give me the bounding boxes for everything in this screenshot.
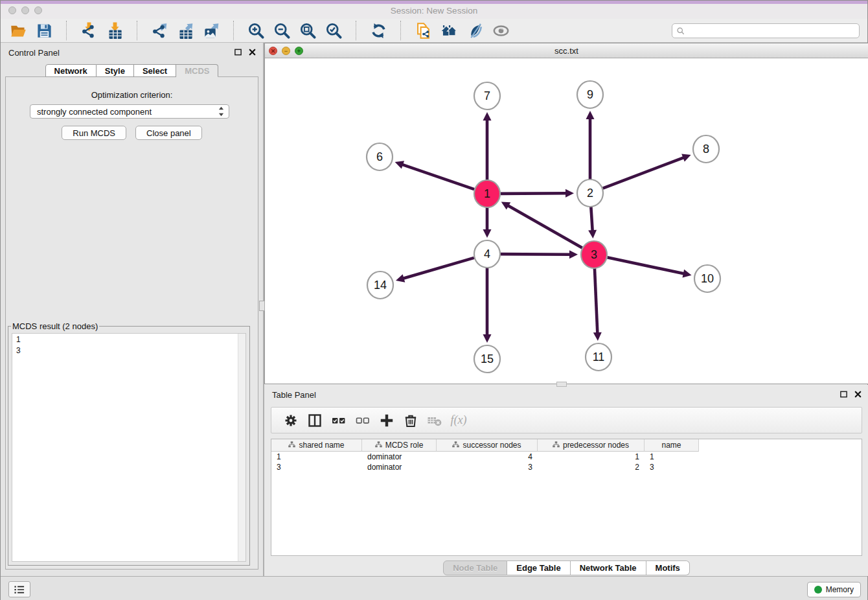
column-header-MCDS-role[interactable]: MCDS role bbox=[362, 439, 437, 452]
home-icon[interactable] bbox=[439, 21, 459, 40]
node-7[interactable]: 7 bbox=[474, 82, 500, 110]
node-2[interactable]: 2 bbox=[577, 179, 603, 207]
node-8[interactable]: 8 bbox=[693, 135, 719, 163]
zoom-in-icon[interactable] bbox=[246, 21, 266, 40]
cyndex-icon[interactable] bbox=[465, 21, 485, 40]
edge-4-14[interactable] bbox=[396, 258, 474, 283]
node-14[interactable]: 14 bbox=[367, 271, 393, 299]
close-panel-button[interactable]: Close panel bbox=[135, 126, 202, 140]
tab-style[interactable]: Style bbox=[97, 64, 134, 77]
node-11[interactable]: 11 bbox=[586, 343, 611, 371]
statusbar: Memory bbox=[1, 576, 867, 600]
save-session-icon[interactable] bbox=[34, 21, 54, 40]
toolbar-separator bbox=[137, 21, 137, 40]
table-cell[interactable]: 3 bbox=[645, 463, 699, 472]
tab-edge-table[interactable]: Edge Table bbox=[507, 560, 570, 575]
table-cell[interactable]: dominator bbox=[362, 452, 437, 461]
export-table-icon[interactable] bbox=[176, 21, 195, 40]
edge-1-2[interactable] bbox=[501, 189, 574, 198]
control-panel-tabs: NetworkStyleSelectMCDS bbox=[1, 64, 263, 77]
panel-splitter-horizontal-handle[interactable] bbox=[556, 382, 567, 387]
edge-1-4[interactable] bbox=[483, 207, 492, 238]
float-panel-icon[interactable] bbox=[233, 47, 242, 56]
tab-select[interactable]: Select bbox=[134, 64, 176, 77]
table-panel: Table Panel f(x) shared nameMCDS rolesuc… bbox=[264, 385, 868, 576]
node-label: 15 bbox=[481, 352, 494, 365]
deselect-all-checkboxes-icon[interactable] bbox=[354, 411, 372, 430]
mcds-result-line: 3 bbox=[16, 345, 234, 356]
node-4[interactable]: 4 bbox=[474, 240, 500, 268]
table-cell[interactable]: 1 bbox=[645, 452, 699, 461]
network-window-titlebar[interactable]: ✕ − + scc.txt bbox=[265, 43, 868, 58]
mcds-result-scrollbar[interactable] bbox=[238, 334, 246, 561]
edge-2-8[interactable] bbox=[603, 154, 691, 188]
column-header-predecessor-nodes[interactable]: predecessor nodes bbox=[538, 439, 645, 452]
node-3[interactable]: 3 bbox=[581, 241, 607, 268]
close-panel-icon[interactable] bbox=[853, 389, 862, 398]
search-box[interactable] bbox=[672, 23, 860, 38]
table-row[interactable]: 1dominator411 bbox=[271, 452, 862, 462]
delete-column-icon[interactable] bbox=[402, 411, 420, 430]
edge-1-6[interactable] bbox=[395, 161, 474, 189]
tab-node-table[interactable]: Node Table bbox=[443, 560, 507, 575]
zoom-fit-icon[interactable] bbox=[298, 21, 317, 40]
edge-4-15[interactable] bbox=[483, 268, 492, 343]
node-1[interactable]: 1 bbox=[474, 180, 500, 207]
select-all-checkboxes-icon[interactable] bbox=[330, 411, 348, 430]
table-cell[interactable]: 1 bbox=[271, 452, 362, 461]
refresh-network-icon[interactable] bbox=[369, 21, 388, 40]
memory-button[interactable]: Memory bbox=[807, 582, 861, 597]
run-mcds-button[interactable]: Run MCDS bbox=[62, 126, 126, 140]
node-9[interactable]: 9 bbox=[577, 81, 603, 108]
import-table-icon[interactable] bbox=[105, 21, 124, 40]
network-from-file-icon[interactable] bbox=[413, 21, 433, 40]
edge-3-1[interactable] bbox=[501, 202, 582, 248]
node-6[interactable]: 6 bbox=[367, 143, 393, 170]
gear-icon[interactable] bbox=[282, 411, 300, 430]
edge-2-9[interactable] bbox=[586, 111, 595, 179]
export-image-icon[interactable] bbox=[201, 21, 221, 40]
table-row[interactable]: 3dominator323 bbox=[271, 462, 862, 472]
node-10[interactable]: 10 bbox=[694, 265, 720, 292]
tab-network[interactable]: Network bbox=[45, 64, 97, 77]
network-canvas-svg[interactable]: 7968124314101511 bbox=[265, 58, 868, 384]
delete-table-icon bbox=[426, 411, 444, 430]
float-panel-icon[interactable] bbox=[839, 389, 848, 398]
edge-3-10[interactable] bbox=[608, 257, 692, 277]
export-network-icon[interactable] bbox=[150, 21, 169, 40]
tab-network-table[interactable]: Network Table bbox=[571, 560, 646, 575]
open-file-icon[interactable] bbox=[8, 21, 28, 40]
table-cell[interactable]: dominator bbox=[362, 463, 437, 472]
edge-2-3[interactable] bbox=[588, 207, 597, 238]
node-15[interactable]: 15 bbox=[474, 345, 500, 373]
zoom-out-icon[interactable] bbox=[272, 21, 291, 40]
zoom-selected-icon[interactable] bbox=[324, 21, 343, 40]
table-cell[interactable]: 2 bbox=[538, 463, 645, 472]
add-column-icon[interactable] bbox=[378, 411, 396, 430]
import-network-icon[interactable] bbox=[79, 21, 98, 40]
main-toolbar-groups bbox=[8, 21, 510, 40]
column-header-name[interactable]: name bbox=[645, 439, 699, 452]
toolbar-separator bbox=[233, 21, 234, 40]
tab-mcds[interactable]: MCDS bbox=[176, 64, 218, 77]
panel-splitter-vertical-handle[interactable] bbox=[259, 301, 265, 311]
criterion-dropdown[interactable]: strongly connected component bbox=[30, 104, 229, 119]
tab-motifs[interactable]: Motifs bbox=[646, 560, 690, 575]
table-cell[interactable]: 3 bbox=[437, 463, 538, 472]
table-cell[interactable]: 1 bbox=[538, 452, 645, 461]
edge-1-7[interactable] bbox=[483, 112, 492, 180]
column-header-shared-name[interactable]: shared name bbox=[271, 439, 362, 452]
split-columns-icon[interactable] bbox=[306, 411, 324, 430]
table-cell[interactable]: 3 bbox=[271, 463, 362, 472]
toolbar-separator bbox=[66, 21, 67, 40]
column-type-icon bbox=[452, 441, 459, 450]
table-cell[interactable]: 4 bbox=[437, 452, 538, 461]
search-input[interactable] bbox=[685, 26, 855, 36]
task-history-button[interactable] bbox=[8, 581, 30, 597]
edge-4-3[interactable] bbox=[501, 250, 578, 259]
mcds-result-box[interactable]: 13 bbox=[12, 333, 246, 562]
column-header-successor-nodes[interactable]: successor nodes bbox=[437, 439, 538, 452]
edge-3-11[interactable] bbox=[593, 268, 602, 341]
close-panel-icon[interactable] bbox=[247, 47, 257, 56]
hide-panels-icon[interactable] bbox=[491, 21, 510, 40]
